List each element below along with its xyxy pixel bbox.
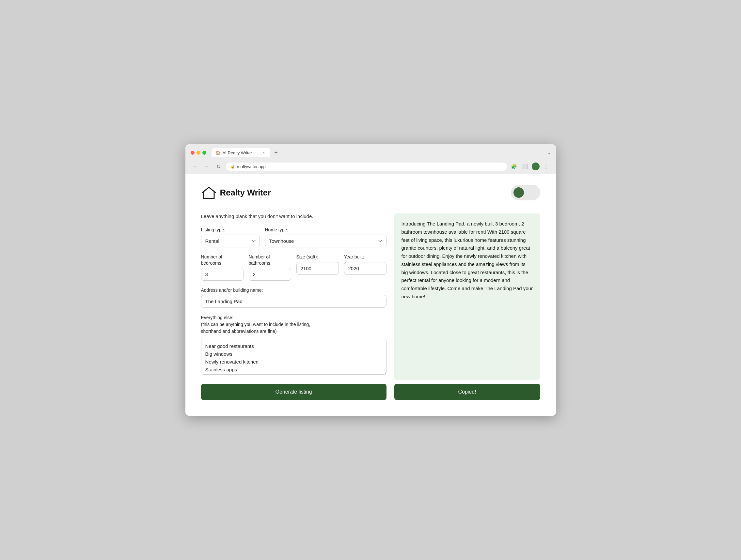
address-input[interactable] <box>201 295 387 308</box>
size-group: Size (sqft): <box>296 254 339 274</box>
browser-addressbar: ← → ↻ 🔒 realtywriter.app 🧩 ⬜ ⋮ <box>185 160 556 174</box>
address-group: Address and/or building name: <box>201 287 387 308</box>
logo-text: Realty Writer <box>220 188 271 198</box>
header-toggle[interactable] <box>511 185 540 200</box>
everything-else-label-line3: shorthand and abbreviations are fine) <box>201 329 277 334</box>
copy-button[interactable]: Copied! <box>394 384 540 400</box>
bedrooms-input[interactable] <box>201 268 244 281</box>
address-label: Address and/or building name: <box>201 287 387 293</box>
menu-button[interactable]: ⋮ <box>542 162 551 171</box>
tab-bar: 🏠 AI Realty Writer × + ⌄ <box>211 148 551 157</box>
details-row: Number of bedrooms: Number of bathrooms:… <box>201 254 387 280</box>
home-type-group: Home type: Townhouse House Condo Apartme… <box>265 227 387 248</box>
bathrooms-input[interactable] <box>249 268 291 281</box>
url-text: realtywriter.app <box>237 164 266 169</box>
everything-else-label-line1: Everything else: <box>201 315 234 320</box>
generate-button[interactable]: Generate listing <box>201 384 387 400</box>
bathrooms-group: Number of bathrooms: <box>249 254 291 280</box>
app-content: Realty Writer Leave anything blank that … <box>185 174 556 416</box>
year-label: Year built: <box>344 254 387 260</box>
bedrooms-group: Number of bedrooms: <box>201 254 244 280</box>
tab-close-button[interactable]: × <box>261 150 266 155</box>
forward-button[interactable]: → <box>202 162 211 171</box>
toggle-dot <box>514 187 524 198</box>
lock-icon: 🔒 <box>230 164 235 169</box>
refresh-button[interactable]: ↻ <box>214 162 223 171</box>
everything-else-label-line2: (this can be anything you want to includ… <box>201 322 311 327</box>
everything-else-textarea[interactable]: Near good restaurants Big windows Newly … <box>201 339 387 375</box>
tab-favicon-icon: 🏠 <box>215 150 221 155</box>
listing-home-row: Listing type: Rental For Sale For Lease … <box>201 227 387 248</box>
year-input[interactable] <box>344 262 387 275</box>
app-header: Realty Writer <box>201 185 540 200</box>
traffic-lights <box>191 151 206 155</box>
bathrooms-label: Number of bathrooms: <box>249 254 291 266</box>
browser-actions: 🧩 ⬜ ⋮ <box>510 162 551 171</box>
everything-else-group: Everything else: (this can be anything y… <box>201 314 387 375</box>
listing-type-select[interactable]: Rental For Sale For Lease <box>201 235 260 248</box>
sidebar-button[interactable]: ⬜ <box>521 162 530 171</box>
maximize-window-button[interactable] <box>202 151 206 155</box>
app-logo: Realty Writer <box>201 186 271 199</box>
close-window-button[interactable] <box>191 151 195 155</box>
main-layout: Leave anything blank that you don't want… <box>201 213 540 400</box>
browser-titlebar: 🏠 AI Realty Writer × + ⌄ <box>185 144 556 160</box>
minimize-window-button[interactable] <box>197 151 200 155</box>
right-panel: Introducing The Landing Pad, a newly bui… <box>394 213 540 400</box>
browser-chrome: 🏠 AI Realty Writer × + ⌄ ← → ↻ 🔒 realtyw… <box>185 144 556 174</box>
home-type-select[interactable]: Townhouse House Condo Apartment Studio <box>265 235 387 248</box>
bedrooms-label: Number of bedrooms: <box>201 254 244 266</box>
size-input[interactable] <box>296 262 339 275</box>
left-panel: Leave anything blank that you don't want… <box>201 213 387 400</box>
home-type-label: Home type: <box>265 227 387 233</box>
user-avatar[interactable] <box>532 162 540 170</box>
tab-label: AI Realty Writer <box>223 150 252 155</box>
browser-window: 🏠 AI Realty Writer × + ⌄ ← → ↻ 🔒 realtyw… <box>185 144 556 416</box>
extensions-button[interactable]: 🧩 <box>510 162 519 171</box>
logo-house-icon <box>201 186 217 199</box>
back-button[interactable]: ← <box>191 162 200 171</box>
everything-else-label: Everything else: (this can be anything y… <box>201 314 387 335</box>
hint-text: Leave anything blank that you don't want… <box>201 213 387 219</box>
tab-more-button[interactable]: ⌄ <box>547 150 551 155</box>
year-group: Year built: <box>344 254 387 274</box>
listing-type-label: Listing type: <box>201 227 260 233</box>
output-text: Introducing The Landing Pad, a newly bui… <box>402 221 533 299</box>
address-bar[interactable]: 🔒 realtywriter.app <box>226 162 507 171</box>
listing-type-group: Listing type: Rental For Sale For Lease <box>201 227 260 248</box>
size-label: Size (sqft): <box>296 254 339 260</box>
new-tab-button[interactable]: + <box>272 148 281 157</box>
active-tab[interactable]: 🏠 AI Realty Writer × <box>211 148 270 157</box>
output-box: Introducing The Landing Pad, a newly bui… <box>394 213 540 380</box>
